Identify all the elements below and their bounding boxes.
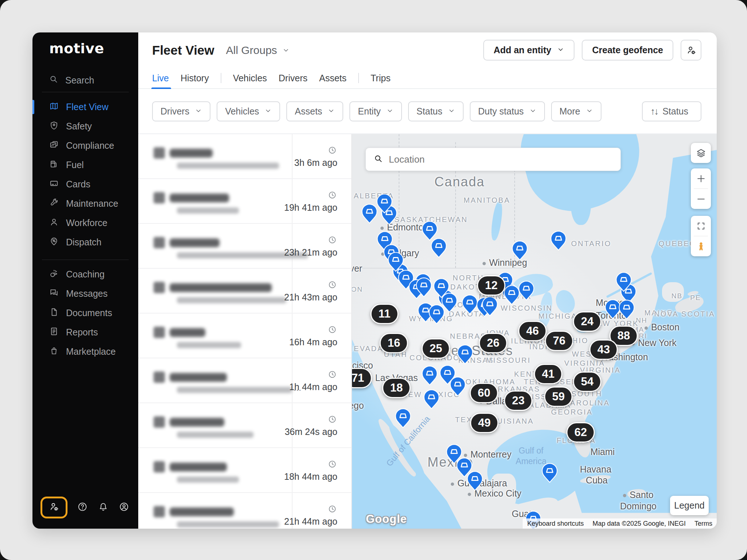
filter-bar: DriversVehiclesAssetsEntityStatusDuty st…: [138, 89, 717, 134]
sidebar-item-messages[interactable]: Messages: [32, 284, 138, 303]
vehicle-pin[interactable]: [422, 366, 438, 385]
vehicle-cluster-60[interactable]: 60: [470, 383, 498, 403]
entity-list-item[interactable]: 21h 43m ago: [138, 269, 352, 314]
create-geofence-button[interactable]: Create geofence: [582, 40, 673, 61]
sidebar-item-fuel[interactable]: Fuel: [32, 155, 138, 175]
vehicle-cluster-43[interactable]: 43: [589, 339, 618, 360]
filter-drivers[interactable]: Drivers: [152, 101, 210, 121]
sidebar-item-coaching[interactable]: Coaching: [32, 265, 138, 284]
vehicle-pin[interactable]: [482, 296, 498, 316]
entity-list-item[interactable]: 18h 44m ago: [138, 448, 352, 493]
vehicle-pin[interactable]: [462, 295, 478, 314]
add-entity-button[interactable]: Add an entity: [483, 40, 574, 61]
vehicle-cluster-62[interactable]: 62: [566, 422, 595, 443]
vehicle-cluster-54[interactable]: 54: [573, 372, 601, 392]
tab-drivers[interactable]: Drivers: [279, 68, 307, 88]
filter-more[interactable]: More: [551, 101, 601, 121]
entity-subtitle-redacted: [177, 163, 279, 169]
vehicle-cluster-16[interactable]: 16: [380, 333, 408, 353]
entity-list-item[interactable]: ...1h 44m ago: [138, 358, 352, 403]
filter-vehicles[interactable]: Vehicles: [217, 101, 280, 121]
sort-by-status-button[interactable]: ↑↓ Status: [642, 101, 701, 121]
manage-users-button[interactable]: [681, 40, 701, 61]
vehicle-pin-stacked[interactable]: [381, 205, 397, 225]
vehicle-pin[interactable]: [416, 277, 432, 297]
zoom-out-button[interactable]: [691, 189, 711, 209]
tab-assets[interactable]: Assets: [319, 68, 347, 88]
vehicle-cluster-59[interactable]: 59: [544, 386, 573, 407]
vehicle-pin[interactable]: [457, 345, 473, 364]
account-button[interactable]: [118, 502, 130, 513]
vehicle-pin[interactable]: [504, 285, 520, 305]
admin-settings-button[interactable]: [40, 497, 67, 518]
search-input[interactable]: Search: [32, 70, 138, 91]
map-location-search[interactable]: [365, 148, 621, 171]
sidebar-item-dispatch[interactable]: Dispatch: [32, 233, 138, 252]
vehicle-pin[interactable]: [542, 463, 558, 483]
vehicle-cluster-12[interactable]: 12: [477, 275, 506, 296]
zoom-in-button[interactable]: [691, 168, 711, 188]
map[interactable]: CanadaUnited StatesMexicoALBERTAMANITOBA…: [352, 134, 717, 529]
vehicle-cluster-41[interactable]: 41: [534, 364, 562, 384]
vehicle-pin[interactable]: [450, 377, 466, 396]
sidebar-item-reports[interactable]: Reports: [32, 323, 138, 342]
keyboard-shortcuts-link[interactable]: Keyboard shortcuts: [523, 518, 588, 529]
filter-duty-status[interactable]: Duty status: [470, 101, 545, 121]
filter-entity[interactable]: Entity: [349, 101, 402, 121]
vehicle-cluster-25[interactable]: 25: [422, 338, 450, 359]
vehicle-cluster-23[interactable]: 23: [504, 390, 533, 411]
vehicle-pin[interactable]: [467, 471, 483, 491]
filter-assets[interactable]: Assets: [286, 101, 343, 121]
vehicle-cluster-26[interactable]: 26: [479, 333, 507, 353]
notifications-button[interactable]: [97, 502, 109, 513]
sidebar-item-compliance[interactable]: Compliance: [32, 136, 138, 155]
vehicle-cluster-18[interactable]: 18: [382, 378, 411, 398]
vehicle-pin[interactable]: [518, 281, 534, 301]
tab-history[interactable]: History: [181, 68, 209, 88]
entity-list-item[interactable]: 23h 21m ago: [138, 224, 352, 269]
sidebar-item-cards[interactable]: Cards: [32, 175, 138, 194]
tab-live[interactable]: Live: [152, 68, 169, 88]
group-selector[interactable]: All Groups: [226, 44, 290, 57]
sidebar-item-safety[interactable]: Safety: [32, 117, 138, 136]
terms-link[interactable]: Terms: [690, 518, 717, 529]
filter-status[interactable]: Status: [408, 101, 464, 121]
street-view-pegman-button[interactable]: [691, 236, 711, 256]
vehicle-pin[interactable]: [361, 204, 378, 224]
compliance-icon: [49, 140, 59, 152]
tab-vehicles[interactable]: Vehicles: [233, 68, 267, 88]
sidebar-item-label: Messages: [66, 288, 108, 299]
vehicle-cluster-46[interactable]: 46: [518, 321, 547, 341]
entity-subtitle-redacted: [177, 477, 239, 483]
vehicle-cluster-76[interactable]: 76: [545, 331, 573, 351]
vehicle-pin[interactable]: [429, 304, 445, 324]
vehicle-pin[interactable]: [431, 238, 447, 258]
tab-trips[interactable]: Trips: [371, 68, 391, 88]
location-input[interactable]: [389, 154, 612, 165]
vehicle-pin[interactable]: [512, 241, 528, 260]
sidebar-item-fleet-view[interactable]: Fleet View: [32, 97, 138, 117]
help-button[interactable]: [76, 502, 88, 513]
vehicle-cluster-49[interactable]: 49: [470, 413, 499, 433]
sidebar-item-maintenance[interactable]: Maintenance: [32, 194, 138, 213]
vehicle-cluster-24[interactable]: 24: [573, 311, 601, 332]
sidebar-item-documents[interactable]: Documents: [32, 303, 138, 323]
entity-list-item[interactable]: 16h 4m ago: [138, 314, 352, 358]
map-layers-button[interactable]: [691, 143, 711, 163]
chevron-down-icon: [195, 106, 202, 117]
vehicle-cluster-11[interactable]: 11: [371, 304, 399, 324]
vehicle-pin[interactable]: [423, 389, 440, 409]
legend-button[interactable]: Legend: [670, 496, 709, 515]
entity-list-item[interactable]: 36m 24s ago: [138, 403, 352, 448]
vehicle-pin[interactable]: [550, 231, 566, 250]
entity-list-item[interactable]: 3h 6m ago: [138, 134, 352, 179]
vehicle-pin[interactable]: [619, 300, 635, 319]
vehicle-pin[interactable]: [395, 408, 411, 428]
sidebar-item-marketplace[interactable]: Marketplace: [32, 342, 138, 361]
fullscreen-button[interactable]: [691, 216, 711, 236]
shield-icon: [49, 121, 59, 132]
sidebar-item-workforce[interactable]: Workforce: [32, 213, 138, 233]
entity-list-item[interactable]: 21h 44m ago: [138, 493, 352, 529]
tab-divider: [221, 73, 221, 83]
entity-list-item[interactable]: 19h 41m ago: [138, 179, 352, 224]
